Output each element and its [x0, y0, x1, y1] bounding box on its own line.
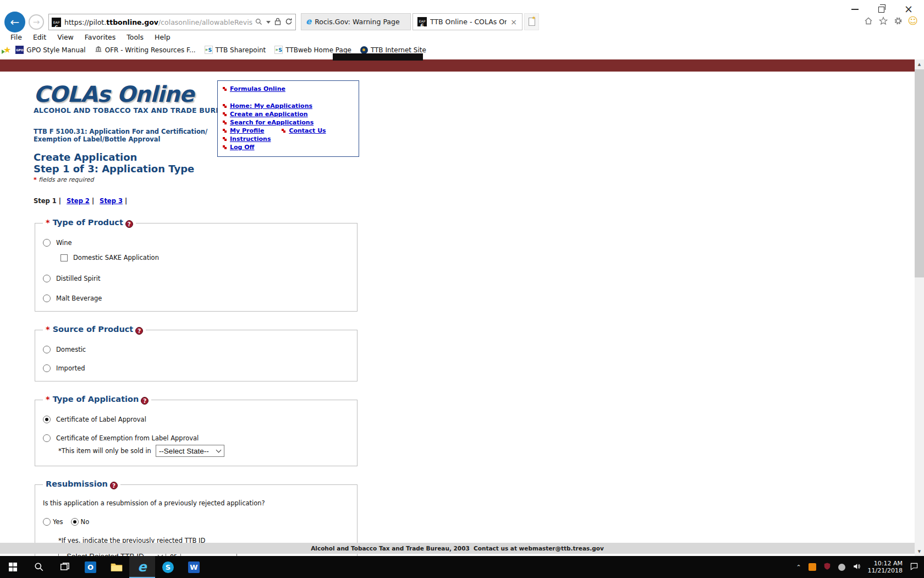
url-text[interactable]: https://pilot.ttbonline.gov/colasonline/… [64, 18, 252, 26]
url-scheme: https://pilot. [64, 18, 106, 26]
taskbar-word[interactable]: W [181, 556, 207, 578]
step-separator: | [92, 197, 94, 205]
distilled-spirit-radio[interactable] [43, 275, 51, 282]
nav-profile-contact-row: My Profile Contact Us [223, 127, 355, 135]
nav-link-label[interactable]: Search for eApplications [230, 118, 314, 127]
nav-instructions[interactable]: Instructions [223, 135, 355, 143]
windows-logo-icon [9, 563, 18, 571]
nav-link-label[interactable]: Create an eApplication [230, 110, 308, 118]
domestic-radio[interactable] [43, 346, 51, 353]
nav-search-eapplications[interactable]: Search for eApplications [223, 118, 355, 127]
imported-radio[interactable] [43, 364, 51, 372]
favorite-label: TTBweb Home Page [285, 46, 351, 54]
hidden-icons-caret[interactable]: ⌃ [796, 564, 801, 571]
restore-icon[interactable] [878, 7, 884, 13]
eap6-favicon: EAP 6 [52, 18, 61, 27]
start-button[interactable] [0, 556, 26, 578]
word-icon: W [188, 561, 200, 573]
tray-gray-app-icon[interactable] [838, 564, 845, 571]
nav-link-label[interactable]: Home: My eApplications [230, 102, 312, 110]
security-shield-icon[interactable] [823, 562, 831, 572]
favorite-ofr[interactable]: OFR - Writing Resources F... [90, 45, 200, 54]
malt-option: Malt Beverage [43, 295, 349, 302]
nav-link-label[interactable]: Log Off [230, 143, 255, 151]
sharepoint-icon: »S [274, 46, 283, 54]
red-bullet-icon [223, 104, 225, 106]
taskbar-skype[interactable]: S [155, 556, 181, 578]
add-favorite-icon[interactable]: ★ [3, 46, 11, 54]
menu-favorites[interactable]: Favorites [79, 33, 121, 41]
taskbar-file-explorer[interactable] [103, 556, 129, 578]
taskbar-internet-explorer[interactable]: e [129, 556, 155, 578]
action-center-icon[interactable] [910, 562, 919, 572]
taskbar-search-button[interactable] [26, 556, 52, 578]
feedback-smiley-icon[interactable]: ☺ [908, 16, 917, 25]
yes-label: Yes [53, 518, 63, 526]
nav-formulas-online[interactable]: Formulas Online [223, 85, 355, 93]
forward-button[interactable]: → [29, 14, 44, 30]
nav-link-label[interactable]: Formulas Online [230, 85, 285, 93]
page-footer: Alcohol and Tobacco Tax and Trade Bureau… [0, 543, 915, 554]
resubmission-legend: Resubmission? [43, 479, 120, 489]
home-icon[interactable] [864, 16, 873, 25]
autocomplete-caret-icon[interactable] [266, 21, 271, 24]
required-asterisk: * [46, 395, 50, 403]
minimize-icon[interactable] [851, 6, 859, 13]
distilled-spirit-label: Distilled Spirit [56, 275, 100, 282]
menu-tools[interactable]: Tools [121, 33, 149, 41]
sake-checkbox[interactable] [61, 254, 68, 261]
step-separator: | [59, 197, 61, 205]
favorite-gpo[interactable]: GPO GPO Style Manual [11, 46, 90, 54]
sold-in-row: *This item will only be sold in --Select… [58, 445, 349, 457]
certificate-label-approval-radio[interactable] [43, 416, 51, 423]
step3-link[interactable]: Step 3 [100, 197, 123, 205]
vertical-scrollbar[interactable]: ▲ ▼ [915, 59, 924, 556]
menu-file[interactable]: File [5, 33, 28, 41]
menu-help[interactable]: Help [149, 33, 176, 41]
tab-close-icon[interactable]: × [510, 18, 518, 26]
malt-beverage-radio[interactable] [43, 295, 51, 302]
tab-rocis[interactable]: e Rocis.Gov: Warning Page [301, 13, 411, 30]
nav-my-profile[interactable]: My Profile [230, 127, 264, 135]
speaker-icon[interactable] [853, 562, 861, 572]
nav-log-off[interactable]: Log Off [223, 143, 355, 151]
search-icon[interactable] [255, 17, 262, 28]
help-icon[interactable]: ? [125, 220, 133, 228]
tab-ttb-online[interactable]: EAP 6 TTB Online - COLAs Online ... × [413, 13, 522, 30]
certificate-exemption-radio[interactable] [43, 434, 51, 442]
taskbar-clock[interactable]: 10:12 AM 11/21/2018 [868, 560, 903, 574]
help-icon[interactable]: ? [135, 327, 143, 335]
scrollbar-thumb[interactable] [915, 69, 924, 277]
nav-create-eapplication[interactable]: Create an eApplication [223, 110, 355, 118]
site-nav-box: Formulas Online Home: My eApplications C… [217, 80, 359, 157]
favorite-ttb-sharepoint[interactable]: »S TTB Sharepoint [200, 46, 271, 54]
task-view-button[interactable] [52, 556, 78, 578]
tray-orange-app-icon[interactable] [809, 563, 816, 571]
close-icon[interactable]: × [904, 5, 913, 13]
new-tab-button[interactable]: ✶ [524, 13, 539, 30]
menu-edit[interactable]: Edit [28, 33, 52, 41]
help-icon[interactable]: ? [110, 482, 118, 489]
state-select[interactable]: --Select State-- [156, 445, 224, 457]
scroll-down-icon[interactable]: ▼ [915, 547, 924, 556]
red-bullet-icon [223, 87, 225, 89]
tab-title: Rocis.Gov: Warning Page [315, 18, 406, 26]
nav-home-eapplications[interactable]: Home: My eApplications [223, 102, 355, 110]
back-button[interactable]: ← [4, 12, 25, 32]
step2-link[interactable]: Step 2 [67, 197, 90, 205]
resubmission-no-radio[interactable] [71, 518, 79, 526]
scroll-up-icon[interactable]: ▲ [915, 59, 924, 69]
menu-view[interactable]: View [52, 33, 79, 41]
favorite-ttbweb[interactable]: »S TTBweb Home Page [270, 46, 356, 54]
favorites-star-icon[interactable] [878, 16, 888, 25]
address-bar[interactable]: EAP 6 https://pilot.ttbonline.gov/colaso… [48, 14, 296, 30]
favorite-ttb-internet[interactable]: TTB Internet Site [356, 46, 431, 54]
help-icon[interactable]: ? [141, 397, 148, 405]
nav-contact-us[interactable]: Contact Us [289, 127, 326, 135]
wine-radio[interactable] [43, 239, 51, 247]
settings-gear-icon[interactable] [893, 16, 903, 25]
refresh-icon[interactable] [285, 17, 293, 28]
resubmission-yes-radio[interactable] [43, 518, 51, 526]
nav-link-label[interactable]: Instructions [230, 135, 271, 143]
taskbar-outlook[interactable]: O [78, 556, 103, 578]
